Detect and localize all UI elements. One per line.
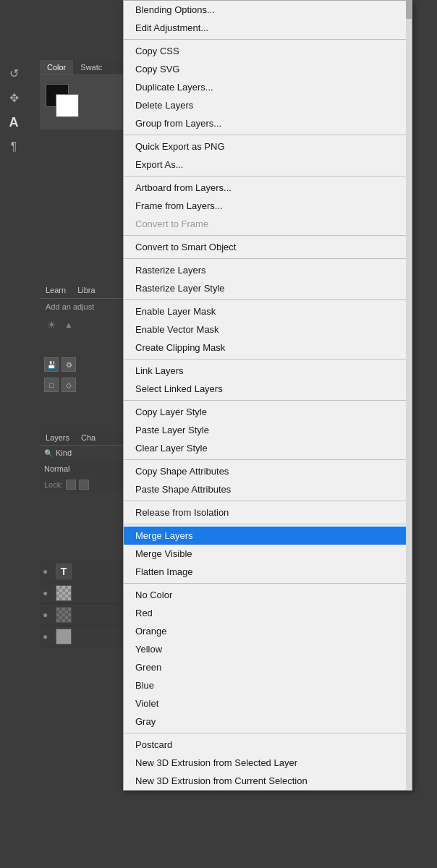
table-row[interactable]: ● <box>40 626 130 647</box>
menu-item-rasterize-layer-style[interactable]: Rasterize Layer Style <box>124 279 412 297</box>
menu-item-paste-layer-style[interactable]: Paste Layer Style <box>124 421 412 439</box>
menu-item-release-from-isolation[interactable]: Release from Isolation <box>124 503 412 522</box>
blend-mode-value: Normal <box>44 464 69 473</box>
menu-item-group-from-layers[interactable]: Group from Layers... <box>124 114 412 132</box>
menu-divider <box>124 135 412 135</box>
context-menu: Blending Options...Edit Adjustment...Cop… <box>123 0 412 791</box>
menu-item-artboard-from-layers[interactable]: Artboard from Layers... <box>124 179 412 197</box>
search-icon: 🔍 <box>44 449 53 457</box>
menu-item-duplicate-layers[interactable]: Duplicate Layers... <box>124 78 412 96</box>
menu-item-orange[interactable]: Orange <box>124 622 412 640</box>
menu-item-select-linked-layers[interactable]: Select Linked Layers <box>124 380 412 398</box>
menu-divider <box>124 258 412 259</box>
settings-icon[interactable]: ⚙ <box>61 357 76 372</box>
menu-divider <box>124 235 412 236</box>
lock-brush-icon[interactable] <box>79 480 89 490</box>
menu-item-new-3d-extrusion-current[interactable]: New 3D Extrusion from Current Selection <box>124 772 412 790</box>
eye-icon[interactable]: ● <box>43 610 53 620</box>
learn-tab[interactable]: Learn <box>40 282 72 298</box>
rotate-icon[interactable]: ↺ <box>4 64 23 82</box>
menu-item-convert-to-frame: Convert to Frame <box>124 215 412 233</box>
menu-item-new-3d-extrusion-selected[interactable]: New 3D Extrusion from Selected Layer <box>124 754 412 772</box>
channels-tab[interactable]: Cha <box>75 430 101 445</box>
lock-row: Lock: <box>40 477 127 493</box>
menu-item-blue[interactable]: Blue <box>124 676 412 694</box>
menu-item-red[interactable]: Red <box>124 604 412 622</box>
layer-list: ● T ● ● ● <box>40 561 130 647</box>
menu-item-convert-to-smart-object[interactable]: Convert to Smart Object <box>124 238 412 256</box>
menu-item-frame-from-layers[interactable]: Frame from Layers... <box>124 197 412 215</box>
lock-icon[interactable] <box>66 480 76 490</box>
menu-item-enable-vector-mask[interactable]: Enable Vector Mask <box>124 320 412 339</box>
eye-icon[interactable]: ● <box>43 631 53 642</box>
menu-divider <box>124 733 412 733</box>
menu-item-blending-options[interactable]: Blending Options... <box>124 1 412 19</box>
learn-tabs: Learn Libra <box>40 282 127 299</box>
adj-icons-row: 💾 ⚙ <box>40 354 134 375</box>
menu-item-flatten-image[interactable]: Flatten Image <box>124 563 412 581</box>
menu-item-clear-layer-style[interactable]: Clear Layer Style <box>124 439 412 457</box>
menu-item-create-clipping-mask[interactable]: Create Clipping Mask <box>124 339 412 357</box>
color-panel: Color Swatc <box>40 60 127 129</box>
menu-item-no-color[interactable]: No Color <box>124 586 412 604</box>
menu-item-quick-export-png[interactable]: Quick Export as PNG <box>124 137 412 156</box>
color-tab[interactable]: Color <box>40 60 73 75</box>
eye-icon[interactable]: ● <box>43 588 53 598</box>
table-row[interactable]: ● <box>40 604 130 626</box>
menu-item-edit-adjustment[interactable]: Edit Adjustment... <box>124 19 412 37</box>
layers-tab[interactable]: Layers <box>40 430 75 445</box>
layers-tabs: Layers Cha <box>40 430 127 446</box>
menu-item-paste-shape-attributes[interactable]: Paste Shape Attributes <box>124 480 412 498</box>
menu-item-violet[interactable]: Violet <box>124 694 412 712</box>
layer-thumbnail: T <box>56 563 72 579</box>
table-row[interactable]: ● T <box>40 561 130 582</box>
layer-thumbnail <box>56 607 72 623</box>
color-area <box>40 75 127 129</box>
menu-item-postcard[interactable]: Postcard <box>124 736 412 754</box>
brightness-icon[interactable]: ▲ <box>61 318 76 332</box>
table-row[interactable]: ● <box>40 582 130 604</box>
layers-panel: Layers Cha 🔍 Kind Normal Lock: <box>40 430 127 493</box>
menu-item-merge-layers[interactable]: Merge Layers <box>124 527 412 545</box>
layer-thumbnail <box>56 585 72 601</box>
save-icon[interactable]: 💾 <box>44 357 59 372</box>
kind-label: Kind <box>56 448 72 457</box>
lock-label: Lock: <box>44 480 63 489</box>
menu-item-merge-visible[interactable]: Merge Visible <box>124 545 412 563</box>
menu-item-delete-layers[interactable]: Delete Layers <box>124 96 412 114</box>
adjustments-panel: 💾 ⚙ □ ◇ <box>40 354 134 395</box>
layer-thumbnail <box>56 629 72 644</box>
sun-icon[interactable]: ☀ <box>44 318 59 332</box>
menu-item-rasterize-layers[interactable]: Rasterize Layers <box>124 261 412 279</box>
type-icon[interactable]: A <box>4 113 23 132</box>
menu-item-copy-css[interactable]: Copy CSS <box>124 42 412 60</box>
move-icon[interactable]: ✥ <box>4 88 23 107</box>
menu-item-export-as[interactable]: Export As... <box>124 156 412 174</box>
menu-item-enable-layer-mask[interactable]: Enable Layer Mask <box>124 302 412 320</box>
swatch-tab[interactable]: Swatc <box>73 60 109 75</box>
paragraph-icon[interactable]: ¶ <box>4 137 23 156</box>
vector-mask-icon[interactable]: ◇ <box>61 378 76 392</box>
menu-item-link-layers[interactable]: Link Layers <box>124 362 412 380</box>
mask-icon[interactable]: □ <box>44 378 59 392</box>
mask-icons-row: □ ◇ <box>40 375 134 395</box>
menu-item-copy-layer-style[interactable]: Copy Layer Style <box>124 403 412 421</box>
eye-icon[interactable]: ● <box>43 566 53 576</box>
library-tab[interactable]: Libra <box>72 282 101 298</box>
menu-divider <box>124 400 412 401</box>
menu-item-gray[interactable]: Gray <box>124 712 412 731</box>
menu-item-copy-shape-attributes[interactable]: Copy Shape Attributes <box>124 462 412 480</box>
background-color[interactable] <box>56 94 79 117</box>
kind-row: 🔍 Kind <box>40 446 127 460</box>
menu-item-copy-svg[interactable]: Copy SVG <box>124 60 412 78</box>
menu-item-green[interactable]: Green <box>124 658 412 676</box>
scrollbar[interactable] <box>406 1 412 790</box>
add-adjustment-label: Add an adjust <box>40 299 127 315</box>
menu-divider <box>124 583 412 584</box>
menu-divider <box>124 459 412 460</box>
blend-mode-row[interactable]: Normal <box>40 460 127 477</box>
menu-divider <box>124 359 412 359</box>
menu-item-yellow[interactable]: Yellow <box>124 640 412 658</box>
toolbar: ↺ ✥ A ¶ <box>0 58 29 162</box>
scrollbar-thumb[interactable] <box>406 1 412 19</box>
